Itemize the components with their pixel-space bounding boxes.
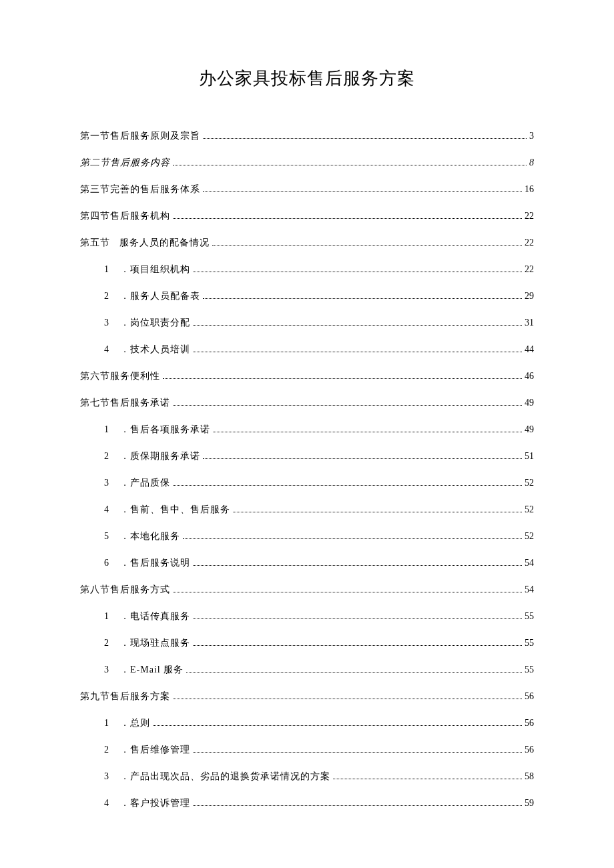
- toc-leader-dots: [173, 592, 522, 592]
- toc-entry-page: 56: [525, 691, 534, 702]
- toc-entry-label: 第四节售后服务机构: [80, 210, 170, 222]
- toc-entry-number: 4: [104, 344, 113, 355]
- toc-entry: 4．售前、售中、售后服务52: [80, 504, 534, 516]
- toc-entry-page: 22: [525, 264, 534, 275]
- toc-entry-number: 2: [104, 638, 113, 648]
- toc-leader-dots: [193, 352, 522, 352]
- toc-entry: 3．产品出现次品、劣品的退换货承诺情况的方案58: [80, 771, 534, 783]
- toc-entry-number: 2: [104, 451, 113, 462]
- toc-entry: 1．售后各项服务承诺49: [80, 424, 534, 436]
- toc-entry: 2．现场驻点服务55: [80, 637, 534, 649]
- toc-entry-number: 4: [104, 798, 113, 809]
- toc-entry: 6．售后服务说明54: [80, 557, 534, 569]
- toc-entry-label: ．客户投诉管理: [120, 797, 190, 809]
- toc-leader-dots: [193, 565, 522, 566]
- toc-entry: 5．本地化服务52: [80, 530, 534, 542]
- toc-entry-label: ．售后维修管理: [120, 744, 190, 756]
- toc-entry-label: ．总则: [120, 717, 150, 729]
- toc-leader-dots: [193, 272, 522, 272]
- toc-entry-label: ．本地化服务: [120, 530, 180, 542]
- toc-leader-dots: [183, 538, 522, 539]
- toc-leader-dots: [193, 618, 522, 619]
- toc-entry-label: ．电话传真服务: [120, 610, 190, 622]
- toc-entry-page: 44: [525, 344, 534, 355]
- toc-entry-page: 29: [525, 291, 534, 302]
- toc-entry-label: ．售前、售中、售后服务: [120, 504, 230, 516]
- document-title: 办公家具投标售后服务方案: [80, 67, 534, 90]
- toc-entry-number: 3: [104, 665, 113, 675]
- toc-entry-label: 第五节: [80, 237, 110, 249]
- toc-entry-page: 49: [525, 424, 534, 435]
- toc-entry-page: 49: [525, 398, 534, 408]
- toc-entry-page: 52: [525, 478, 534, 488]
- toc-entry: 第七节售后服务承诺49: [80, 397, 534, 409]
- toc-entry-label: 第六节服务便利性: [80, 370, 160, 382]
- toc-leader-dots: [153, 725, 522, 726]
- toc-entry-page: 16: [525, 184, 534, 195]
- toc-entry-label: ．项目组织机构: [120, 264, 190, 276]
- toc-entry-label: ．岗位职责分配: [120, 317, 190, 329]
- toc-entry-page: 54: [525, 558, 534, 568]
- toc-entry: 第三节完善的售后服务体系16: [80, 183, 534, 195]
- toc-leader-dots: [333, 779, 522, 779]
- toc-entry-page: 3: [529, 131, 534, 141]
- toc-entry: 2．质保期服务承诺51: [80, 450, 534, 462]
- toc-entry: 1．电话传真服务55: [80, 610, 534, 622]
- toc-entry-label2: 服务人员的配备情况: [119, 237, 210, 249]
- toc-entry-number: 2: [104, 745, 113, 755]
- toc-entry: 第二节售后服务内容8: [80, 157, 534, 169]
- toc-entry-page: 56: [525, 745, 534, 755]
- toc-leader-dots: [193, 645, 522, 646]
- toc-entry-label: 第七节售后服务承诺: [80, 397, 170, 409]
- toc-entry: 第四节售后服务机构22: [80, 210, 534, 222]
- toc-entry: 3．岗位职责分配31: [80, 317, 534, 329]
- toc-entry: 4．客户投诉管理59: [80, 797, 534, 809]
- toc-leader-dots: [193, 325, 522, 326]
- toc-leader-dots: [203, 191, 522, 192]
- toc-entry-page: 56: [525, 718, 534, 729]
- toc-entry-number: 3: [104, 478, 113, 488]
- toc-entry-page: 31: [525, 318, 534, 328]
- toc-entry-label: 第八节售后服务方式: [80, 584, 170, 596]
- toc-leader-dots: [203, 138, 527, 139]
- toc-entry: 1．总则56: [80, 717, 534, 729]
- toc-entry-label: ．服务人员配备表: [120, 290, 200, 302]
- toc-entry-label: ．产品质保: [120, 477, 170, 489]
- toc-entry-label: 第九节售后服务方案: [80, 691, 170, 703]
- toc-entry-page: 54: [525, 584, 534, 595]
- toc-entry-number: 3: [104, 771, 113, 782]
- toc-entry: 第六节服务便利性46: [80, 370, 534, 382]
- toc-entry-label: ．售后服务说明: [120, 557, 190, 569]
- toc-entry-label: ．现场驻点服务: [120, 637, 190, 649]
- toc-entry-page: 51: [525, 451, 534, 462]
- toc-entry-number: 1: [104, 718, 113, 729]
- toc-entry-label: 第一节售后服务原则及宗旨: [80, 130, 200, 142]
- toc-entry-page: 22: [525, 238, 534, 248]
- toc-entry-number: 1: [104, 611, 113, 622]
- toc-leader-dots: [173, 485, 522, 486]
- toc-entry: 第九节售后服务方案56: [80, 691, 534, 703]
- table-of-contents: 第一节售后服务原则及宗旨3第二节售后服务内容8第三节完善的售后服务体系16第四节…: [80, 130, 534, 809]
- toc-leader-dots: [163, 378, 522, 379]
- toc-entry-number: 2: [104, 291, 113, 302]
- toc-entry: 第一节售后服务原则及宗旨3: [80, 130, 534, 142]
- toc-leader-dots: [173, 218, 522, 219]
- toc-entry: 2．服务人员配备表29: [80, 290, 534, 302]
- toc-entry-number: 1: [104, 424, 113, 435]
- toc-entry-label: ．产品出现次品、劣品的退换货承诺情况的方案: [120, 771, 330, 783]
- toc-leader-dots: [173, 405, 522, 406]
- toc-entry-label: ．售后各项服务承诺: [120, 424, 210, 436]
- toc-entry-number: 6: [104, 558, 113, 568]
- toc-leader-dots: [173, 165, 527, 165]
- toc-entry-number: 1: [104, 264, 113, 275]
- toc-entry-number: 3: [104, 318, 113, 328]
- toc-entry-number: 5: [104, 531, 113, 542]
- toc-leader-dots: [173, 699, 522, 699]
- toc-entry-page: 22: [525, 211, 534, 222]
- toc-entry-label: 第二节售后服务内容: [80, 157, 170, 169]
- toc-entry: 3．产品质保52: [80, 477, 534, 489]
- toc-leader-dots: [212, 245, 522, 246]
- toc-entry-page: 52: [525, 504, 534, 515]
- toc-leader-dots: [193, 805, 522, 806]
- toc-entry: 2．售后维修管理56: [80, 744, 534, 756]
